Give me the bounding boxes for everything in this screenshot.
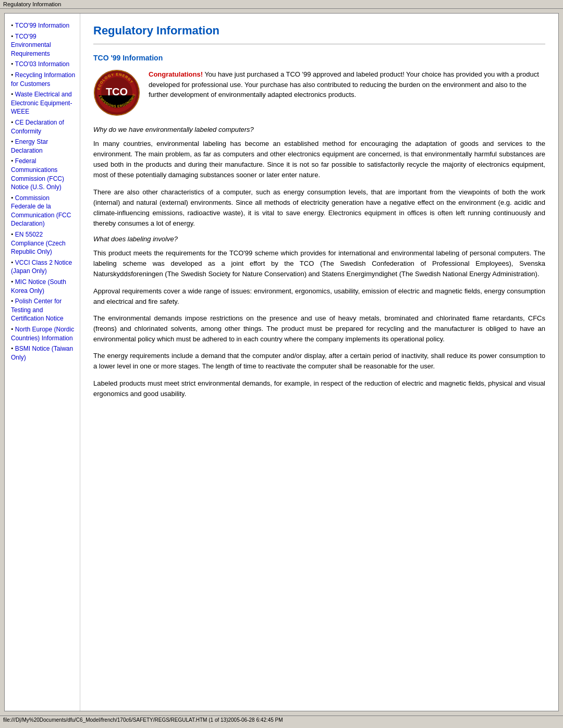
sidebar-item[interactable]: Commission Federale de la Communication … <box>11 194 76 228</box>
heading-why: Why do we have environmentally labeled c… <box>93 126 545 133</box>
divider <box>93 44 545 44</box>
intro-rest-text: You have just purchased a TCO '99 approv… <box>149 70 539 98</box>
heading-labeling: What does labeling involve? <box>93 235 545 243</box>
sidebar-item[interactable]: VCCI Class 2 Notice (Japan Only) <box>11 258 76 276</box>
status-bar-text: file:///D|/My%20Documents/dfu/C6_Model/f… <box>3 717 283 723</box>
paragraph7: Labeled products must meet strict enviro… <box>93 378 545 399</box>
section-title: TCO '99 Information <box>93 54 545 62</box>
sidebar-item[interactable]: TCO'99 Environmental Requirements <box>11 32 76 58</box>
sidebar-link-polish[interactable]: Polish Center for Testing and Certificat… <box>11 298 64 322</box>
sidebar-link-north-europe[interactable]: North Europe (Nordic Countries) Informat… <box>11 326 74 342</box>
sidebar-item[interactable]: TCO'03 Information <box>11 60 76 69</box>
paragraph2: There are also other characteristics of … <box>93 187 545 229</box>
sidebar-item[interactable]: Polish Center for Testing and Certificat… <box>11 297 76 323</box>
status-bar: file:///D|/My%20Documents/dfu/C6_Model/f… <box>0 715 563 724</box>
sidebar-link-tco99-info[interactable]: TCO'99 Information <box>15 22 69 29</box>
sidebar-item[interactable]: EN 55022 Compliance (Czech Republic Only… <box>11 230 76 256</box>
tco-intro-text: Congratulations! You have just purchased… <box>149 69 545 100</box>
sidebar-link-fcc-declaration[interactable]: Commission Federale de la Communication … <box>11 194 71 228</box>
sidebar-link-weee[interactable]: Waste Electrical and Electronic Equipmen… <box>11 91 72 115</box>
page-title: Regulatory Information <box>93 24 545 38</box>
paragraph6: The energy requirements include a demand… <box>93 351 545 372</box>
sidebar-item[interactable]: BSMI Notice (Taiwan Only) <box>11 344 76 362</box>
sidebar-link-en55022[interactable]: EN 55022 Compliance (Czech Republic Only… <box>11 231 66 255</box>
sidebar-item[interactable]: Federal Communications Commission (FCC) … <box>11 157 76 191</box>
paragraph4: Approval requirements cover a wide range… <box>93 286 545 307</box>
sidebar-link-energy-star[interactable]: Energy Star Declaration <box>11 138 48 154</box>
sidebar-item[interactable]: Energy Star Declaration <box>11 138 76 155</box>
sidebar-item[interactable]: Recycling Information for Customers <box>11 71 76 88</box>
sidebar-link-tco03[interactable]: TCO'03 Information <box>15 60 69 68</box>
sidebar-item[interactable]: Waste Electrical and Electronic Equipmen… <box>11 90 76 116</box>
tco-logo: ECOLOGY ENERGY TCO 99 EMISSIONS ERGONOMI… <box>93 69 140 118</box>
sidebar-item[interactable]: North Europe (Nordic Countries) Informat… <box>11 325 76 342</box>
congrats-text: Congratulations! <box>149 70 203 78</box>
sidebar-link-ce[interactable]: CE Declaration of Conformity <box>11 119 64 135</box>
sidebar: TCO'99 Information TCO'99 Environmental … <box>5 14 80 711</box>
sidebar-link-fcc-notice[interactable]: Federal Communications Commission (FCC) … <box>11 157 64 191</box>
sidebar-link-bsmi[interactable]: BSMI Notice (Taiwan Only) <box>11 345 73 361</box>
sidebar-item[interactable]: CE Declaration of Conformity <box>11 118 76 135</box>
paragraph3: This product meets the requirements for … <box>93 248 545 279</box>
sidebar-link-mic[interactable]: MIC Notice (South Korea Only) <box>11 278 66 294</box>
sidebar-item[interactable]: TCO'99 Information <box>11 21 76 30</box>
sidebar-item[interactable]: MIC Notice (South Korea Only) <box>11 278 76 295</box>
sidebar-nav: TCO'99 Information TCO'99 Environmental … <box>11 21 76 362</box>
tco-intro-block: ECOLOGY ENERGY TCO 99 EMISSIONS ERGONOMI… <box>93 69 545 118</box>
main-content: Regulatory Information TCO '99 Informati… <box>80 14 558 711</box>
title-bar-text: Regulatory Information <box>3 1 61 7</box>
paragraph5: The environmental demands impose restric… <box>93 313 545 344</box>
paragraph1: In many countries, environmental labelin… <box>93 139 545 181</box>
sidebar-link-tco99-env[interactable]: TCO'99 Environmental Requirements <box>11 33 51 57</box>
sidebar-link-recycling[interactable]: Recycling Information for Customers <box>11 71 75 88</box>
sidebar-link-vcci[interactable]: VCCI Class 2 Notice (Japan Only) <box>11 259 72 275</box>
title-bar: Regulatory Information <box>0 0 563 9</box>
